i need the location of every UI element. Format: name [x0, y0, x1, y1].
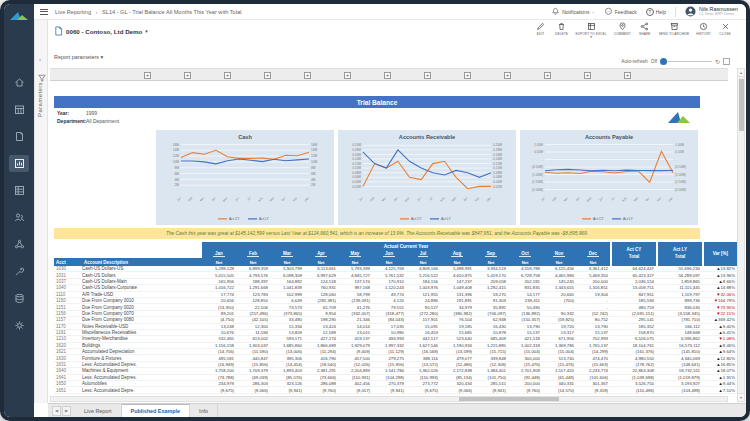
share-icon: [640, 22, 649, 31]
auto-refresh-slider[interactable]: [660, 60, 712, 64]
sidebar-item-apps[interactable]: [9, 101, 29, 118]
sheet-tab-info[interactable]: Info: [190, 404, 218, 417]
value-cell: 137,574: [338, 279, 372, 284]
value-cell: 474,470: [576, 356, 610, 361]
value-cell: 14,177: [508, 292, 542, 297]
sidebar-item-tables[interactable]: [9, 182, 29, 199]
sidebar-item-settings[interactable]: [9, 317, 29, 334]
tab-scroll-right-icon[interactable]: ▶: [62, 406, 71, 416]
sidebar-item-documents[interactable]: [9, 128, 29, 145]
close-button[interactable]: CLOSE: [718, 22, 732, 38]
sidebar-item-home[interactable]: [9, 74, 29, 91]
value-cell: 20,656: [202, 298, 236, 303]
net-subheader: Net: [372, 258, 406, 266]
value-cell: 10,980: [372, 330, 406, 335]
value-cell: (332,007): [338, 311, 372, 316]
acct-cell: 1631: [54, 362, 82, 367]
column-expand-button[interactable]: +: [304, 72, 311, 79]
menu-icon[interactable]: [40, 9, 48, 15]
horizontal-scrollbar[interactable]: [50, 396, 728, 402]
acct-cell: 1037: [54, 279, 82, 284]
value-cell: 16,453: [406, 330, 440, 335]
column-expand-button[interactable]: +: [504, 72, 511, 79]
tab-scroll-left-icon[interactable]: ◀: [52, 406, 61, 416]
expand-panel-icon[interactable]: ›: [39, 56, 41, 62]
parameters-panel[interactable]: › Parameters: [34, 20, 48, 403]
value-cell: 760,931: [304, 285, 338, 290]
table-row: 1651Less: Accumulated Depre.(9,675)(9,06…: [54, 387, 737, 393]
help-button[interactable]: ? Help: [646, 8, 666, 16]
user-menu[interactable]: Nils Rasmussen CL View, ERP Demo: [685, 6, 738, 17]
sheet-tab-live-report[interactable]: Live Report: [75, 404, 122, 417]
delete-button[interactable]: DELETE: [555, 22, 569, 38]
notifications-button[interactable]: Notifications ⌄: [551, 7, 595, 16]
value-cell: (239,091): [338, 298, 372, 303]
column-expand-button[interactable]: +: [584, 72, 591, 79]
act-cy-total-cell: 22,863,308: [612, 368, 656, 373]
refresh-icon[interactable]: ↻: [715, 58, 720, 65]
column-expand-button[interactable]: +: [344, 72, 351, 79]
column-expand-button[interactable]: +: [264, 72, 271, 79]
scrollbar-thumb[interactable]: [739, 79, 744, 131]
vertical-scrollbar[interactable]: ▴ ▾: [737, 68, 745, 402]
value-cell: (9,409): [338, 349, 372, 354]
column-expand-button[interactable]: +: [464, 72, 471, 79]
sidebar-item-users[interactable]: [9, 209, 29, 226]
svg-text:2M: 2M: [175, 183, 180, 187]
scroll-up-icon[interactable]: ▴: [738, 69, 744, 77]
sidebar-item-tools[interactable]: [9, 263, 29, 280]
variance-cell: ▲9.44%: [704, 381, 737, 386]
divider: [675, 7, 676, 17]
column-expand-button[interactable]: +: [544, 72, 551, 79]
svg-text:Oct: Oct: [281, 196, 287, 202]
description-header: Account Description: [82, 258, 202, 266]
scrollbar-thumb[interactable]: [459, 397, 559, 401]
value-cell: 495,581: [202, 356, 236, 361]
variance-cell: ▼73.90%: [704, 305, 737, 310]
history-button[interactable]: HISTORY: [696, 22, 711, 38]
acct-cell: 1110: [54, 292, 82, 297]
column-expand-button[interactable]: +: [224, 72, 231, 79]
report-parameters-toggle[interactable]: Report parameters ▾: [54, 54, 103, 60]
variance-cell: ▼22.15%: [704, 311, 737, 316]
column-expand-button[interactable]: +: [384, 72, 391, 79]
value-cell: 532,465: [202, 336, 236, 341]
breadcrumb-separator: ›: [96, 9, 98, 15]
column-expand-button[interactable]: +: [624, 72, 631, 79]
net-subheader: Net: [576, 258, 610, 266]
scroll-down-icon[interactable]: ▾: [738, 393, 744, 401]
sidebar-item-storage[interactable]: [9, 290, 29, 307]
value-cell: 323,126: [270, 381, 304, 386]
share-button[interactable]: SHARE: [638, 22, 652, 38]
export-to-excel-button[interactable]: EXPORT TO EXCEL▾: [576, 22, 607, 38]
value-cell: 671,956: [542, 336, 576, 341]
act-ly-header: Act LYTotal: [658, 242, 702, 266]
value-cell: 402,456: [338, 381, 372, 386]
column-expand-button[interactable]: +: [184, 72, 191, 79]
sidebar-item-connections[interactable]: [9, 236, 29, 253]
value-cell: 12,300: [236, 324, 270, 329]
feedback-button[interactable]: Feedback: [604, 7, 637, 16]
value-cell: 1,120,243: [372, 285, 406, 290]
value-cell: 170,910: [372, 279, 406, 284]
act-ly-total-cell: 899,736: [658, 298, 702, 303]
acct-cell: 1641: [54, 375, 82, 380]
sidebar-item-reports[interactable]: [9, 155, 29, 172]
breadcrumb-root[interactable]: Live Reporting: [55, 9, 91, 15]
comment-button[interactable]: COMMENT: [614, 22, 631, 38]
document-selector[interactable]: 0060 - Contoso, Ltd Demo ▾: [54, 26, 148, 36]
sheet-tab-published-example[interactable]: Published Example: [122, 404, 190, 417]
app-logo[interactable]: [9, 8, 29, 26]
send-to-archive-button[interactable]: SEND TO ARCHIVE: [659, 22, 689, 38]
column-expand-button[interactable]: +: [144, 72, 151, 79]
accounts-receivable-chart: Accounts Receivable0.20M0.20M0.18M0.18M0…: [338, 130, 516, 225]
value-cell: (9,066): [440, 388, 474, 393]
svg-text:Dec: Dec: [485, 196, 492, 203]
column-expand-button[interactable]: +: [424, 72, 431, 79]
fullscreen-icon[interactable]: [723, 58, 730, 65]
value-cell: 286,088: [304, 381, 338, 386]
value-cell: 34,979: [440, 305, 474, 310]
edit-button[interactable]: EDIT: [534, 22, 548, 38]
act-cy-total-cell: 480,753: [612, 305, 656, 310]
value-cell: (14,299): [576, 349, 610, 354]
